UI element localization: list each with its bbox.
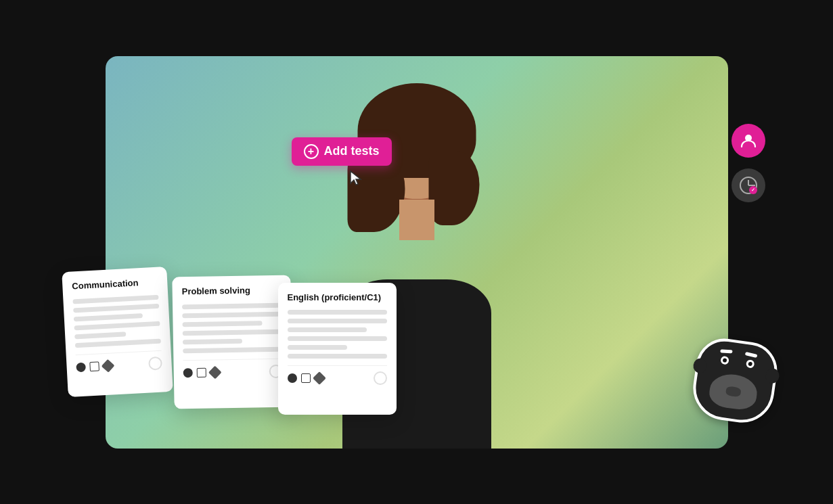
- gorilla-nose: [725, 386, 741, 397]
- check-overlay: ✓: [749, 186, 757, 194]
- footer-icon-2: [89, 361, 99, 371]
- line: [288, 327, 367, 332]
- user-icon-circle[interactable]: [731, 124, 765, 158]
- add-tests-label: Add tests: [324, 144, 380, 158]
- line: [182, 321, 262, 327]
- line: [73, 313, 142, 321]
- gorilla-ear-right: [765, 367, 780, 384]
- line: [182, 302, 282, 309]
- line: [182, 311, 282, 318]
- person-neck: [399, 200, 434, 240]
- card-communication: Communication: [62, 267, 173, 397]
- line: [288, 336, 387, 341]
- main-container: Communication Problem solving Englis: [106, 56, 728, 449]
- footer-icon-2: [301, 373, 311, 383]
- card-problem-title: Problem solving: [181, 284, 281, 297]
- line: [288, 354, 387, 359]
- footer-icon-3: [101, 359, 114, 372]
- footer-icon-3: [313, 371, 326, 385]
- gorilla-shape: [689, 335, 781, 427]
- line: [288, 310, 387, 315]
- gorilla-eye-right: [745, 359, 755, 369]
- line: [73, 303, 159, 313]
- gorilla-eye-left: [720, 355, 729, 365]
- gorilla-brow-left: [720, 349, 732, 353]
- line: [288, 345, 347, 350]
- clock-face: ✓: [740, 177, 757, 194]
- add-tests-button[interactable]: + Add tests: [292, 137, 392, 166]
- clock-icon-circle[interactable]: ✓: [731, 168, 765, 202]
- card-footer: [183, 358, 282, 380]
- card-english-title: English (proficient/C1): [288, 292, 387, 304]
- footer-icon-3: [208, 365, 221, 379]
- footer-icon-1: [76, 362, 86, 372]
- plus-icon: +: [304, 144, 319, 159]
- footer-icon-1: [288, 373, 297, 383]
- card-footer: [288, 365, 387, 385]
- gorilla-sticker: [694, 340, 782, 428]
- line: [74, 321, 160, 330]
- line: [182, 338, 242, 344]
- gorilla-brow-right: [744, 352, 757, 358]
- line: [74, 331, 126, 339]
- card-problem-solving: Problem solving: [172, 275, 292, 409]
- gorilla-face: [707, 371, 759, 411]
- person-hair-right: [428, 151, 479, 225]
- right-icons-panel: ✓: [731, 124, 765, 202]
- card-communication-title: Communication: [71, 276, 158, 292]
- user-icon: [740, 132, 757, 150]
- line: [288, 319, 387, 323]
- line: [72, 294, 158, 304]
- footer-dot: [148, 356, 162, 370]
- footer-icon-1: [183, 367, 192, 377]
- line: [182, 329, 282, 336]
- gorilla-ear-left: [692, 357, 708, 374]
- gorilla-eyes: [720, 355, 755, 368]
- footer-icon-2: [196, 367, 206, 377]
- line: [183, 346, 282, 353]
- line: [74, 338, 160, 348]
- footer-dot: [374, 371, 387, 385]
- card-footer: [75, 350, 162, 374]
- card-english: English (proficient/C1): [278, 283, 397, 415]
